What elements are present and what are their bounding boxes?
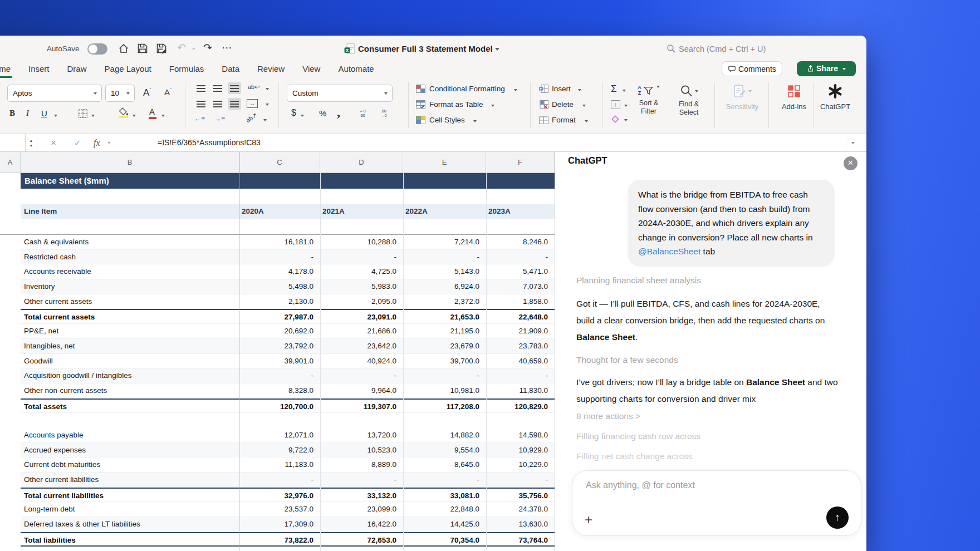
undo-button[interactable]: ↶	[177, 41, 186, 54]
cell-value[interactable]: 10,229.0	[486, 457, 555, 473]
attach-button[interactable]: +	[585, 513, 592, 527]
format-cells-chevron-icon[interactable]	[585, 120, 588, 122]
cell-value[interactable]: 72,653.0	[320, 533, 403, 548]
font-color-button[interactable]: A	[149, 107, 155, 116]
table-row[interactable]: Intangibles, net23,792.023,642.023,679.0…	[21, 339, 555, 354]
title-chevron-icon[interactable]	[495, 48, 499, 51]
header-row[interactable]: Line Item 2020A2021A2022A2023A	[21, 204, 555, 219]
currency-chevron-icon[interactable]	[301, 115, 304, 117]
undo-chevron-icon[interactable]	[192, 48, 195, 50]
column-header-F[interactable]: F	[486, 152, 555, 173]
cell-value[interactable]: 9,722.0	[239, 443, 320, 458]
orientation-button[interactable]: ab↗	[244, 111, 258, 124]
cell-value[interactable]: 39,901.0	[239, 354, 320, 369]
cell-value[interactable]: 21,909.0	[486, 324, 555, 339]
format-as-table-button[interactable]: Format as Table	[429, 100, 483, 109]
autosum-button[interactable]: Σ	[611, 83, 617, 95]
cell-value[interactable]: 2,130.0	[239, 294, 320, 309]
cell-value[interactable]: -	[239, 250, 320, 265]
fill-color-chevron-icon[interactable]	[133, 115, 136, 117]
cell-value[interactable]: 13,720.0	[320, 428, 403, 443]
cell-value[interactable]: 14,425.0	[403, 517, 486, 532]
cell-value[interactable]: 24,378.0	[486, 502, 555, 517]
column-header-A[interactable]: A	[0, 152, 21, 173]
cell-value[interactable]: 10,929.0	[486, 443, 555, 458]
tab-home[interactable]: Home	[0, 62, 11, 78]
cell-value[interactable]: 11,183.0	[239, 457, 320, 473]
table-row[interactable]: Other non-current assets8,328.09,964.010…	[21, 383, 555, 399]
cell-value[interactable]: 6,924.0	[403, 279, 486, 294]
cell-value[interactable]: 23,679.0	[403, 339, 486, 354]
cell-value[interactable]: 12,071.0	[239, 428, 320, 443]
cell-value[interactable]: 16,422.0	[320, 517, 403, 532]
search-input[interactable]: Search (Cmd + Ctrl + U)	[679, 45, 766, 53]
cell-value[interactable]: 9,964.0	[320, 383, 403, 399]
chatgpt-button[interactable]: ChatGPT	[817, 83, 854, 111]
clear-button[interactable]	[611, 115, 620, 126]
cell-value[interactable]: 21,653.0	[403, 310, 486, 325]
sheet-mention-link[interactable]: @BalanceSheet	[638, 247, 700, 256]
cell-value[interactable]: 887.0	[239, 547, 320, 551]
home-button[interactable]	[118, 43, 129, 56]
cell-value[interactable]: 5,471.0	[486, 264, 555, 279]
underline-chevron-icon[interactable]	[54, 115, 57, 117]
borders-button[interactable]	[78, 109, 88, 121]
table-row[interactable]: Current debt maturities11,183.08,889.08,…	[21, 457, 555, 473]
decrease-indent-button[interactable]: ←≡	[194, 115, 205, 122]
cell-value[interactable]: 9,554.0	[403, 443, 486, 458]
cell-value[interactable]: 5,983.0	[320, 279, 403, 294]
sensitivity-button[interactable]: Sensitivity	[722, 85, 762, 111]
table-row[interactable]: Total current assets27,987.023,091.021,6…	[21, 309, 555, 324]
find-select-button[interactable]: Find &Select	[672, 85, 705, 117]
cell-value[interactable]: -	[403, 368, 486, 383]
cell-value[interactable]: 120,829.0	[486, 400, 555, 415]
table-row[interactable]: Restricted cash----	[21, 250, 555, 265]
tab-data[interactable]: Data	[222, 62, 239, 78]
italic-button[interactable]: I	[26, 109, 29, 118]
align-top-button[interactable]	[194, 82, 208, 94]
cell-styles-button[interactable]: Cell Styles	[429, 116, 465, 124]
cell-value[interactable]: 73,764.0	[486, 533, 555, 548]
cell-value[interactable]: 21,195.0	[403, 324, 486, 339]
cell-value[interactable]: 7,214.0	[403, 235, 486, 250]
table-row[interactable]: Accrued expenses9,722.010,523.09,554.010…	[21, 443, 555, 458]
cell-value[interactable]: 27,987.0	[239, 310, 320, 325]
cell-value[interactable]: 5,498.0	[239, 279, 320, 294]
table-row[interactable]: Inventory5,498.05,983.06,924.07,073.0	[21, 279, 555, 294]
table-row[interactable]: Goodwill39,901.040,924.039,700.040,659.0	[21, 354, 555, 369]
increase-decimal-button[interactable]: .00→0	[380, 109, 387, 118]
align-bottom-button[interactable]	[228, 82, 241, 94]
align-center-button[interactable]	[211, 98, 224, 110]
cell-value[interactable]: 17,309.0	[239, 517, 320, 532]
cell-value[interactable]: 10,288.0	[320, 235, 403, 250]
table-row[interactable]: Other current liabilities----	[21, 473, 555, 488]
cell-value[interactable]: 23,099.0	[320, 502, 403, 517]
column-header-B[interactable]: B	[21, 152, 239, 173]
more-actions-link[interactable]: 8 more actions >	[576, 411, 640, 421]
borders-chevron-icon[interactable]	[91, 115, 95, 117]
delete-cells-chevron-icon[interactable]	[582, 105, 586, 107]
cell-value[interactable]: -	[320, 368, 403, 383]
save-as-button[interactable]	[156, 43, 167, 56]
cell-value[interactable]: 120,700.0	[239, 400, 320, 415]
align-right-button[interactable]	[228, 98, 241, 110]
tab-view[interactable]: View	[302, 62, 320, 78]
cell-value[interactable]: 4,178.0	[239, 264, 320, 279]
cell-value[interactable]: 14,882.0	[403, 428, 486, 443]
currency-button[interactable]: $	[291, 108, 296, 118]
cell-value[interactable]: 39,700.0	[403, 354, 486, 369]
cell-value[interactable]: -	[320, 250, 403, 265]
conditional-formatting-button[interactable]: Conditional Formatting	[429, 85, 505, 93]
addins-button[interactable]: Add-ins	[776, 85, 812, 111]
sheet-title-row[interactable]: Balance Sheet ($mm)	[21, 173, 555, 189]
underline-button[interactable]: U	[41, 109, 47, 118]
cell-value[interactable]: 21,686.0	[320, 324, 403, 339]
format-as-table-chevron-icon[interactable]	[491, 105, 494, 107]
delete-cells-button[interactable]: Delete	[552, 100, 574, 109]
cell-value[interactable]: 878.0	[320, 547, 403, 551]
cell-value[interactable]: 32,976.0	[239, 489, 320, 504]
cell-value[interactable]: 73,822.0	[239, 533, 320, 548]
cell-value[interactable]: 849.0	[403, 547, 486, 551]
table-row[interactable]: Long-term debt23,537.023,099.022,848.024…	[21, 502, 555, 517]
number-format-select[interactable]: Custom	[287, 85, 393, 102]
